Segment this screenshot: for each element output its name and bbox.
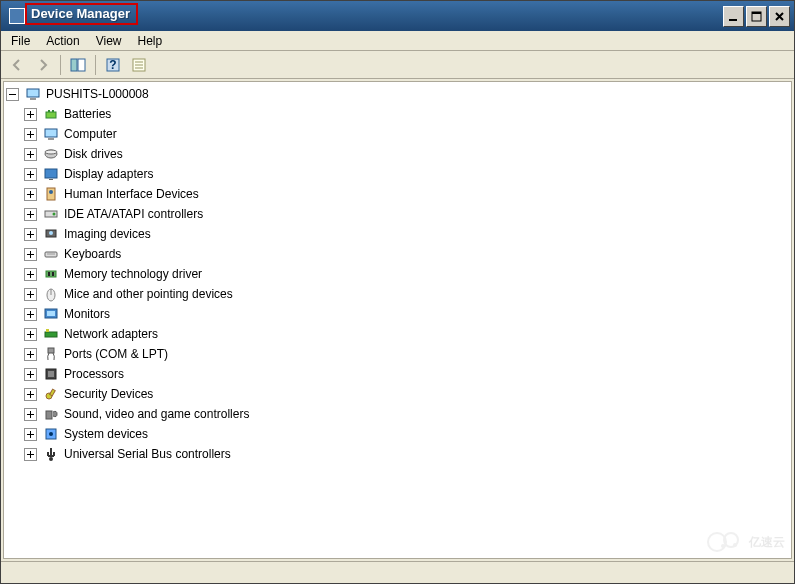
svg-point-47 <box>49 457 53 461</box>
titlebar: Device Manager <box>1 1 794 31</box>
window-controls <box>723 6 790 27</box>
tree-category-node: Keyboards <box>24 244 789 264</box>
device-category-icon <box>43 106 59 122</box>
menubar: File Action View Help <box>1 31 794 51</box>
menu-file[interactable]: File <box>3 32 38 50</box>
show-hide-tree-button[interactable] <box>66 53 90 77</box>
expand-icon[interactable] <box>24 188 37 201</box>
device-category-icon <box>43 326 59 342</box>
svg-rect-4 <box>78 59 85 71</box>
category-row[interactable]: Universal Serial Bus controllers <box>24 444 789 464</box>
category-label: Mice and other pointing devices <box>62 286 235 302</box>
svg-point-19 <box>45 150 57 154</box>
expand-icon[interactable] <box>24 408 37 421</box>
menu-action[interactable]: Action <box>38 32 87 50</box>
category-row[interactable]: System devices <box>24 424 789 444</box>
device-category-icon <box>43 166 59 182</box>
system-icon <box>9 8 25 24</box>
expand-icon[interactable] <box>24 368 37 381</box>
expand-icon[interactable] <box>24 228 37 241</box>
device-category-icon <box>43 186 59 202</box>
category-row[interactable]: Display adapters <box>24 164 789 184</box>
expand-icon[interactable] <box>24 148 37 161</box>
svg-point-27 <box>49 231 53 235</box>
category-row[interactable]: Ports (COM & LPT) <box>24 344 789 364</box>
maximize-button[interactable] <box>746 6 767 27</box>
root-row[interactable]: PUSHITS-L000008 <box>6 84 789 104</box>
category-row[interactable]: Security Devices <box>24 384 789 404</box>
category-label: Monitors <box>62 306 112 322</box>
tree-category-node: Network adapters <box>24 324 789 344</box>
expand-icon[interactable] <box>24 288 37 301</box>
category-row[interactable]: Monitors <box>24 304 789 324</box>
expand-icon[interactable] <box>24 128 37 141</box>
svg-point-46 <box>49 432 53 436</box>
category-row[interactable]: Processors <box>24 364 789 384</box>
category-row[interactable]: Mice and other pointing devices <box>24 284 789 304</box>
window-title: Device Manager <box>29 6 130 21</box>
category-row[interactable]: IDE ATA/ATAPI controllers <box>24 204 789 224</box>
expand-icon[interactable] <box>24 328 37 341</box>
category-label: Display adapters <box>62 166 155 182</box>
menu-help[interactable]: Help <box>130 32 171 50</box>
toolbar-separator <box>95 55 96 75</box>
menu-view[interactable]: View <box>88 32 130 50</box>
tree-category-node: Memory technology driver <box>24 264 789 284</box>
expand-icon[interactable] <box>24 308 37 321</box>
device-tree-pane[interactable]: PUSHITS-L000008 BatteriesComputerDisk dr… <box>3 81 792 559</box>
root-label: PUSHITS-L000008 <box>44 86 151 102</box>
svg-rect-11 <box>27 89 39 97</box>
expand-icon[interactable] <box>24 108 37 121</box>
minimize-button[interactable] <box>723 6 744 27</box>
back-button[interactable] <box>5 53 29 77</box>
category-row[interactable]: Computer <box>24 124 789 144</box>
svg-rect-20 <box>45 169 57 178</box>
svg-point-25 <box>53 213 56 216</box>
svg-rect-2 <box>752 12 761 14</box>
expand-icon[interactable] <box>24 388 37 401</box>
expand-icon[interactable] <box>24 348 37 361</box>
svg-rect-13 <box>46 112 56 118</box>
tree-root: PUSHITS-L000008 BatteriesComputerDisk dr… <box>6 84 789 464</box>
expand-icon[interactable] <box>24 428 37 441</box>
tree-category-node: Universal Serial Bus controllers <box>24 444 789 464</box>
category-row[interactable]: Imaging devices <box>24 224 789 244</box>
tree-category-node: Batteries <box>24 104 789 124</box>
device-category-icon <box>43 206 59 222</box>
expand-icon[interactable] <box>24 448 37 461</box>
device-category-icon <box>43 266 59 282</box>
category-label: Keyboards <box>62 246 123 262</box>
close-button[interactable] <box>769 6 790 27</box>
category-label: Security Devices <box>62 386 155 402</box>
category-row[interactable]: Sound, video and game controllers <box>24 404 789 424</box>
help-button[interactable]: ? <box>101 53 125 77</box>
properties-button[interactable] <box>127 53 151 77</box>
category-row[interactable]: Keyboards <box>24 244 789 264</box>
category-row[interactable]: Memory technology driver <box>24 264 789 284</box>
expand-icon[interactable] <box>24 208 37 221</box>
collapse-icon[interactable] <box>6 88 19 101</box>
svg-rect-30 <box>46 271 56 277</box>
expand-icon[interactable] <box>24 248 37 261</box>
category-label: Memory technology driver <box>62 266 204 282</box>
category-row[interactable]: Network adapters <box>24 324 789 344</box>
svg-rect-32 <box>52 272 54 276</box>
expand-icon[interactable] <box>24 268 37 281</box>
expand-icon[interactable] <box>24 168 37 181</box>
category-label: Processors <box>62 366 126 382</box>
tree-category-node: Display adapters <box>24 164 789 184</box>
svg-rect-43 <box>50 389 56 396</box>
svg-rect-36 <box>47 311 55 316</box>
tree-category-node: Monitors <box>24 304 789 324</box>
category-row[interactable]: Disk drives <box>24 144 789 164</box>
device-category-icon <box>43 406 59 422</box>
device-category-icon <box>43 126 59 142</box>
device-category-icon <box>43 246 59 262</box>
category-row[interactable]: Batteries <box>24 104 789 124</box>
toolbar: ? <box>1 51 794 79</box>
category-row[interactable]: Human Interface Devices <box>24 184 789 204</box>
svg-rect-15 <box>52 110 54 112</box>
device-category-icon <box>43 346 59 362</box>
forward-button[interactable] <box>31 53 55 77</box>
svg-point-23 <box>49 190 53 194</box>
